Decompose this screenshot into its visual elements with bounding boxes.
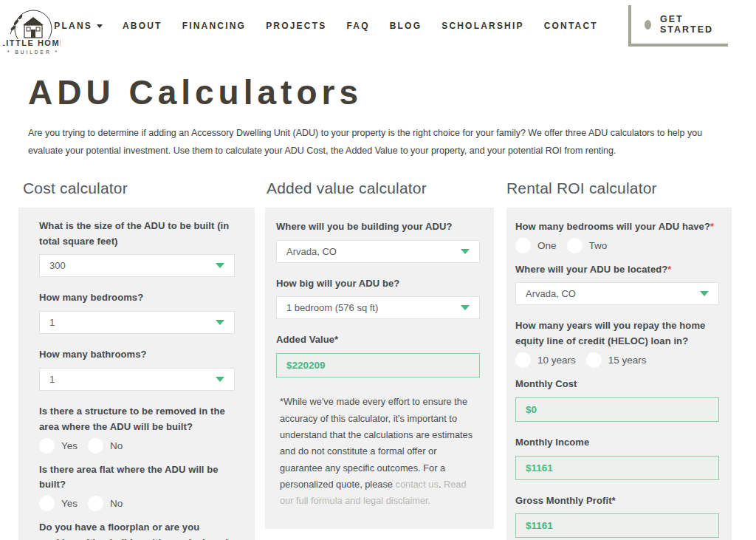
main-nav: PLANS ABOUT FINANCING PROJECTS FAQ BLOG … (195, 0, 756, 52)
nav-item-about[interactable]: ABOUT (123, 21, 162, 31)
intro-paragraph: Are you trying to determine if adding an… (28, 124, 726, 160)
monthly-cost-label: Monthly Cost (515, 377, 719, 392)
gross-monthly-profit-label: Gross Monthly Profit* (515, 493, 719, 509)
flat-yes-radio[interactable]: Yes (39, 496, 78, 511)
bedrooms-select[interactable]: 1 (39, 311, 235, 334)
contact-us-link[interactable]: contact us (396, 479, 439, 490)
radio-circle-icon (515, 352, 531, 368)
monthly-cost-value: $0 (515, 397, 719, 422)
nav-item-projects[interactable]: PROJECTS (266, 21, 326, 31)
roi-location-label: Where will your ADU be located?* (515, 262, 719, 278)
added-value-result: $220209 (276, 353, 480, 377)
bathrooms-value: 1 (49, 374, 55, 385)
adu-size-select[interactable]: 300 (39, 254, 235, 277)
site-header: LITTLE HOME * BUILDER * PLANS ABOUT FINA… (0, 0, 756, 68)
bedrooms-two-radio[interactable]: Two (567, 238, 608, 253)
dropdown-arrow-icon (461, 249, 470, 254)
radio-label: Yes (61, 440, 78, 451)
logo[interactable]: LITTLE HOME * BUILDER * (3, 9, 61, 62)
radio-label: Yes (61, 498, 78, 509)
bedrooms-one-radio[interactable]: One (515, 238, 557, 253)
nav-item-scholarship[interactable]: SCHOLARSHIP (441, 21, 524, 31)
added-value-calculator-column: Added value calculator Where will you be… (265, 180, 494, 529)
structure-radio-group: Yes No (39, 438, 235, 454)
roi-bedrooms-radio-group: One Two (515, 238, 719, 253)
radio-label: No (110, 498, 123, 509)
radio-circle-icon (88, 438, 103, 454)
required-asterisk: * (710, 221, 714, 232)
disclaimer-separator: . (439, 479, 444, 490)
radio-label: Two (589, 240, 608, 251)
adu-size-label: What is the size of the ADU to be built … (39, 219, 235, 250)
little-home-builder-logo-icon: LITTLE HOME * BUILDER * (3, 9, 61, 62)
svg-text:LITTLE HOME: LITTLE HOME (3, 38, 61, 47)
nav-item-financing[interactable]: FINANCING (182, 21, 246, 31)
get-started-button[interactable]: GET STARTED (628, 5, 728, 47)
cost-calculator-column: Cost calculator What is the size of the … (18, 180, 255, 540)
adu-size-choice-label: How big will your ADU be? (276, 276, 480, 292)
dropdown-arrow-icon (461, 305, 470, 310)
radio-circle-icon (515, 238, 531, 253)
cost-calculator-card: What is the size of the ADU to be built … (18, 208, 255, 540)
adu-size-value: 300 (49, 260, 66, 271)
nav-item-label: PLANS (54, 21, 92, 31)
rental-roi-calculator-card: How many bedrooms will your ADU have?* O… (506, 208, 732, 540)
heloc-radio-group: 10 years 15 years (515, 352, 719, 368)
heloc-10-years-radio[interactable]: 10 years (515, 352, 576, 368)
nav-item-faq[interactable]: FAQ (346, 21, 369, 31)
radio-label: 10 years (537, 355, 576, 366)
structure-question-label: Is there a structure to be removed in th… (39, 404, 235, 435)
bathrooms-label: How many bathrooms? (39, 347, 235, 363)
radio-circle-icon (88, 496, 103, 511)
added-value-label: Added Value* (276, 332, 480, 348)
rental-roi-calculator-column: Rental ROI calculator How many bedrooms … (506, 180, 732, 540)
build-location-label: Where will you be building your ADU? (276, 219, 480, 235)
gross-monthly-profit-value: $1161 (515, 513, 719, 538)
roi-location-value: Arvada, CO (526, 288, 576, 299)
build-location-select[interactable]: Arvada, CO (276, 240, 480, 263)
dropdown-arrow-icon (700, 291, 709, 296)
bedrooms-label: How many bedrooms? (39, 290, 235, 306)
dot-icon (645, 20, 651, 30)
added-value-calculator-card: Where will you be building your ADU? Arv… (265, 208, 494, 529)
radio-label: No (110, 440, 123, 451)
chevron-down-icon (97, 24, 103, 28)
structure-yes-radio[interactable]: Yes (39, 438, 78, 454)
roi-location-label-text: Where will your ADU be located? (515, 264, 667, 275)
flat-no-radio[interactable]: No (88, 496, 123, 511)
structure-no-radio[interactable]: No (88, 438, 123, 454)
calculators-section: Cost calculator What is the size of the … (18, 180, 756, 540)
nav-item-blog[interactable]: BLOG (390, 21, 422, 31)
disclaimer-body: *While we've made every effort to ensure… (280, 396, 472, 490)
radio-circle-icon (586, 352, 602, 368)
adu-size-choice-value: 1 bedroom (576 sq ft) (286, 302, 378, 313)
roi-bedrooms-label-text: How many bedrooms will your ADU have? (515, 221, 710, 232)
roi-location-select[interactable]: Arvada, CO (515, 282, 719, 305)
build-location-value: Arvada, CO (286, 246, 337, 257)
radio-label: 15 years (608, 355, 647, 366)
radio-circle-icon (39, 438, 55, 454)
radio-label: One (537, 240, 557, 251)
svg-text:* BUILDER *: * BUILDER * (7, 49, 59, 55)
adu-size-choice-select[interactable]: 1 bedroom (576 sq ft) (276, 296, 480, 319)
cost-calculator-heading: Cost calculator (23, 180, 255, 197)
nav-item-contact[interactable]: CONTACT (544, 21, 598, 31)
radio-circle-icon (567, 238, 583, 253)
disclaimer-text: *While we've made every effort to ensure… (276, 394, 480, 510)
monthly-income-label: Monthly Income (515, 435, 719, 451)
nav-item-plans[interactable]: PLANS (54, 21, 103, 31)
page-title: ADU Calculators (28, 72, 756, 112)
flat-area-question-label: Is there area flat where the ADU will be… (39, 462, 235, 493)
dropdown-arrow-icon (216, 377, 224, 382)
heloc-question-label: How many years will you repay the home e… (515, 318, 719, 349)
required-asterisk: * (667, 264, 671, 275)
heloc-15-years-radio[interactable]: 15 years (586, 352, 647, 368)
get-started-label: GET STARTED (660, 14, 716, 35)
radio-circle-icon (39, 496, 55, 511)
floorplan-question-label: Do you have a floorplan or are you worki… (39, 520, 235, 540)
monthly-income-value: $1161 (515, 456, 719, 480)
bathrooms-select[interactable]: 1 (39, 368, 235, 391)
flat-area-radio-group: Yes No (39, 496, 235, 511)
bedrooms-value: 1 (49, 317, 55, 328)
dropdown-arrow-icon (216, 263, 224, 268)
